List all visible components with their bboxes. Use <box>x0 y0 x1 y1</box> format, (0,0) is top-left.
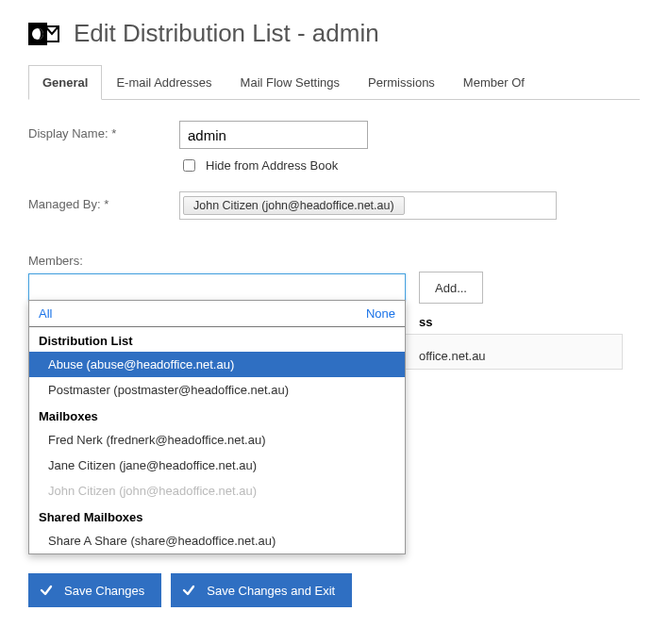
hide-from-address-book-label: Hide from Address Book <box>206 158 338 173</box>
dropdown-item-fred-nerk[interactable]: Fred Nerk (frednerk@headoffice.net.au) <box>29 427 405 453</box>
managed-by-chip[interactable]: John Citizen (john@headoffice.net.au) <box>183 196 405 215</box>
members-search-input[interactable] <box>28 273 406 302</box>
managed-by-label: Managed By: * <box>28 191 179 211</box>
tab-general[interactable]: General <box>28 65 102 100</box>
tab-permissions[interactable]: Permissions <box>354 65 449 100</box>
members-label: Members: <box>28 254 640 268</box>
save-changes-and-exit-label: Save Changes and Exit <box>207 584 335 598</box>
save-changes-and-exit-button[interactable]: Save Changes and Exit <box>171 573 352 607</box>
check-icon <box>40 584 53 597</box>
dropdown-item-postmaster[interactable]: Postmaster (postmaster@headoffice.net.au… <box>29 377 405 403</box>
save-changes-button[interactable]: Save Changes <box>28 573 161 607</box>
page-title: Edit Distribution List - admin <box>74 19 379 48</box>
dropdown-item-john-citizen: John Citizen (john@headoffice.net.au) <box>29 478 405 504</box>
dropdown-item-share-a-share[interactable]: Share A Share (share@headoffice.net.au) <box>29 528 405 553</box>
app-icon <box>28 20 62 48</box>
tab-member-of[interactable]: Member Of <box>449 65 539 100</box>
tab-mail-flow-settings[interactable]: Mail Flow Settings <box>226 65 354 100</box>
check-icon <box>182 584 195 597</box>
managed-by-field[interactable]: John Citizen (john@headoffice.net.au) <box>179 191 557 220</box>
add-member-button[interactable]: Add... <box>419 272 483 304</box>
dropdown-item-jane-citizen[interactable]: Jane Citizen (jane@headoffice.net.au) <box>29 453 405 478</box>
tab-email-addresses[interactable]: E-mail Addresses <box>102 65 225 100</box>
save-changes-label: Save Changes <box>64 584 144 598</box>
display-name-label: Display Name: * <box>28 121 179 140</box>
dropdown-group-header: Mailboxes <box>29 403 405 427</box>
dropdown-group-header: Distribution List <box>29 327 405 352</box>
members-dropdown: All None Distribution List Abuse (abuse@… <box>28 300 406 554</box>
dropdown-group-header: Shared Mailboxes <box>29 504 405 528</box>
members-column-header-partial: ss <box>419 315 432 329</box>
display-name-input[interactable] <box>179 121 368 149</box>
tabs: General E-mail Addresses Mail Flow Setti… <box>28 65 640 100</box>
members-row-email-partial: office.net.au <box>419 349 486 363</box>
hide-from-address-book-checkbox[interactable] <box>183 159 195 172</box>
dropdown-item-abuse[interactable]: Abuse (abuse@headoffice.net.au) <box>29 352 405 377</box>
dropdown-select-none[interactable]: None <box>366 306 395 321</box>
dropdown-select-all[interactable]: All <box>39 306 52 321</box>
